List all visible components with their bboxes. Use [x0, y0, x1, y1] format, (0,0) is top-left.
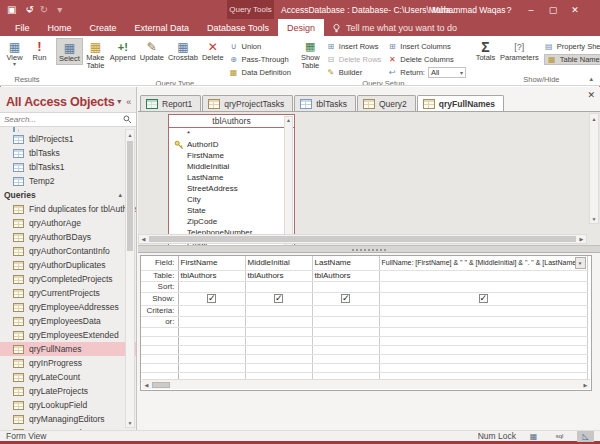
pane-splitter[interactable]: [138, 245, 600, 253]
field-row[interactable]: *: [169, 128, 294, 139]
table-card-scrollbar[interactable]: ▲: [284, 116, 293, 245]
grid-cell-field-3[interactable]: FullName: [FirstName] & " " & [MiddleIni…: [379, 256, 587, 270]
pass-through-button[interactable]: ⊕ Pass-Through: [229, 54, 291, 65]
sidebar-item[interactable]: qryInProgress: [0, 356, 136, 370]
sidebar-item[interactable]: tblTasks: [0, 146, 136, 160]
tell-me-box[interactable]: Tell me what you want to do: [324, 19, 465, 36]
grid-cell-or-0[interactable]: [178, 316, 245, 327]
scroll-thumb[interactable]: [149, 236, 576, 242]
save-icon[interactable]: ▣: [7, 4, 16, 15]
table-names-button[interactable]: ▦ Table Names: [544, 54, 600, 65]
grid-cell-show-3[interactable]: ✓: [379, 292, 587, 305]
show-checkbox[interactable]: ✓: [341, 294, 350, 303]
run-button[interactable]: ! Run: [27, 38, 52, 63]
nav-scrollbar[interactable]: ▲ ▼: [125, 129, 135, 428]
design-view-icon[interactable]: ◺: [577, 431, 594, 442]
sidebar-item[interactable]: qryCurrentProjects: [0, 286, 136, 300]
redo-icon[interactable]: ↻: [40, 4, 48, 15]
sidebar-item[interactable]: qryAuthorContantInfo: [0, 244, 136, 258]
help-button[interactable]: ?: [498, 5, 520, 15]
return-dropdown[interactable]: All ▾: [428, 67, 466, 78]
append-button[interactable]: +! Append: [108, 38, 138, 63]
qat-customize-icon[interactable]: ▾: [57, 4, 62, 15]
scroll-thumb[interactable]: [127, 141, 133, 251]
grid-cell-criteria-0[interactable]: [178, 305, 245, 316]
tab-design[interactable]: Design: [278, 19, 324, 36]
grid-cell-or-2[interactable]: [312, 316, 379, 327]
sidebar-item[interactable]: qryLookupField: [0, 398, 136, 412]
grid-cell-table-0[interactable]: tblAuthors: [178, 270, 245, 281]
grid-cell-sort-0[interactable]: [178, 281, 245, 292]
grid-cell-show-1[interactable]: ✓: [245, 292, 312, 305]
design-pane-horizontal-scrollbar[interactable]: ◀ ▶: [138, 234, 587, 244]
sidebar-item[interactable]: tblTasks1: [0, 160, 136, 174]
scroll-left-icon[interactable]: ◀: [142, 382, 151, 388]
close-button[interactable]: ✕: [564, 5, 586, 15]
scroll-right-icon[interactable]: ▶: [581, 382, 590, 388]
show-checkbox[interactable]: ✓: [207, 294, 216, 303]
grid-cell-sort-2[interactable]: [312, 281, 379, 292]
grid-cell-table-2[interactable]: tblAuthors: [312, 270, 379, 281]
update-button[interactable]: ✎ Update: [138, 38, 166, 63]
insert-columns-button[interactable]: ⊞ Insert Columns: [387, 41, 466, 52]
insert-rows-button[interactable]: ⊞ Insert Rows: [326, 41, 382, 52]
document-tab[interactable]: Query2: [357, 95, 416, 111]
field-row[interactable]: City: [169, 194, 294, 205]
sidebar-item[interactable]: qryCompletedProjects: [0, 272, 136, 286]
scroll-down-icon[interactable]: ▼: [592, 214, 597, 223]
grid-cell-show-2[interactable]: ✓: [312, 292, 379, 305]
sidebar-item[interactable]: qryManagingEditors: [0, 412, 136, 426]
nav-menu-icon[interactable]: ▾: [117, 97, 121, 106]
account-user-name[interactable]: Muhammad Waqas: [432, 0, 505, 19]
delete-columns-button[interactable]: ✕ Delete Columns: [387, 54, 466, 65]
undo-icon[interactable]: ↺▾: [25, 4, 30, 15]
grid-cell-show-0[interactable]: ✓: [178, 292, 245, 305]
tab-external-data[interactable]: External Data: [126, 19, 199, 36]
grid-cell-criteria-3[interactable]: [379, 305, 587, 316]
document-tab[interactable]: qryFullNames: [417, 95, 504, 111]
sidebar-item[interactable]: qryLateCount: [0, 370, 136, 384]
table-card-tblauthors[interactable]: tblAuthors * AuthorID FirstName: [168, 114, 295, 245]
sidebar-item[interactable]: qryLateProjects: [0, 384, 136, 398]
field-row[interactable]: AuthorID: [169, 139, 294, 150]
document-tab[interactable]: Report1: [140, 95, 201, 111]
scroll-right-icon[interactable]: ▶: [577, 236, 586, 242]
tab-home[interactable]: Home: [39, 19, 81, 36]
collapse-ribbon-icon[interactable]: ▴: [589, 75, 593, 83]
parameters-button[interactable]: [?] Parameters: [498, 38, 541, 63]
minimize-button[interactable]: –: [520, 5, 542, 15]
tab-file[interactable]: File: [6, 19, 39, 36]
sidebar-item[interactable]: qryEmployeesExtended: [0, 328, 136, 342]
sidebar-item[interactable]: qryEmployeesData: [0, 314, 136, 328]
make-table-button[interactable]: ▦ Make Table: [83, 38, 108, 71]
grid-cell-or-3[interactable]: [379, 316, 587, 327]
grid-horizontal-scrollbar[interactable]: ◀ ▶: [142, 379, 590, 389]
field-row[interactable]: FirstName: [169, 150, 294, 161]
scroll-down-icon[interactable]: ▼: [128, 418, 133, 427]
crosstab-button[interactable]: ▦ Crosstab: [166, 38, 200, 63]
grid-cell-field-1[interactable]: MiddleInitial: [245, 256, 312, 270]
shutter-close-icon[interactable]: «: [126, 97, 131, 107]
field-dropdown-icon[interactable]: ▾: [575, 257, 586, 269]
view-button[interactable]: ▦ View ▾: [2, 38, 27, 68]
grid-cell-or-1[interactable]: [245, 316, 312, 327]
grid-cell-table-3[interactable]: [379, 270, 587, 281]
totals-button[interactable]: Σ Totals: [473, 38, 498, 63]
sidebar-item[interactable]: qryAuthorAge: [0, 216, 136, 230]
builder-button[interactable]: ✎ Builder: [326, 67, 382, 78]
scroll-left-icon[interactable]: ◀: [139, 236, 148, 242]
sidebar-item[interactable]: qryFullNames: [0, 342, 136, 356]
field-row[interactable]: State: [169, 205, 294, 216]
sql-view-icon[interactable]: sql: [551, 431, 568, 442]
grid-cell-sort-3[interactable]: [379, 281, 587, 292]
grid-cell-field-2[interactable]: LastName: [312, 256, 379, 270]
show-checkbox[interactable]: ✓: [274, 294, 283, 303]
sidebar-item[interactable]: Temp2: [0, 174, 136, 188]
grid-cell-table-1[interactable]: tblAuthors: [245, 270, 312, 281]
tab-create[interactable]: Create: [81, 19, 126, 36]
show-table-button[interactable]: ▦ Show Table: [298, 38, 323, 71]
sidebar-item[interactable]: tblProjects1: [0, 132, 136, 146]
datasheet-view-icon[interactable]: ▦: [525, 431, 542, 442]
sidebar-item[interactable]: qryAuthorBDays: [0, 230, 136, 244]
grid-cell-sort-1[interactable]: [245, 281, 312, 292]
